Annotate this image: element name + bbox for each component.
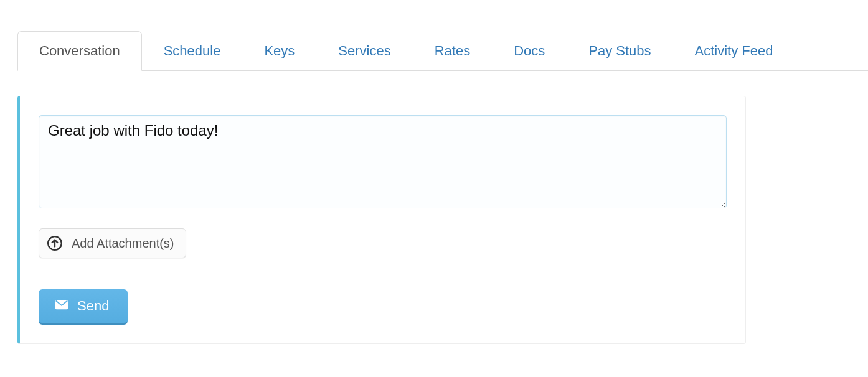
tab-conversation[interactable]: Conversation — [17, 31, 142, 71]
tab-services[interactable]: Services — [316, 31, 412, 71]
envelope-icon — [55, 298, 68, 314]
tab-keys[interactable]: Keys — [242, 31, 316, 71]
upload-circle-icon — [47, 235, 63, 251]
compose-panel: Add Attachment(s) Send — [17, 96, 746, 344]
add-attachment-button[interactable]: Add Attachment(s) — [39, 228, 186, 258]
tab-docs[interactable]: Docs — [492, 31, 567, 71]
add-attachment-label: Add Attachment(s) — [72, 236, 174, 251]
tab-schedule[interactable]: Schedule — [142, 31, 243, 71]
message-textarea[interactable] — [39, 115, 727, 208]
send-label: Send — [77, 298, 109, 314]
tab-activity-feed[interactable]: Activity Feed — [673, 31, 795, 71]
tab-pay-stubs[interactable]: Pay Stubs — [567, 31, 672, 71]
tabs-nav: Conversation Schedule Keys Services Rate… — [17, 31, 868, 71]
send-button[interactable]: Send — [39, 289, 128, 325]
tab-rates[interactable]: Rates — [413, 31, 492, 71]
